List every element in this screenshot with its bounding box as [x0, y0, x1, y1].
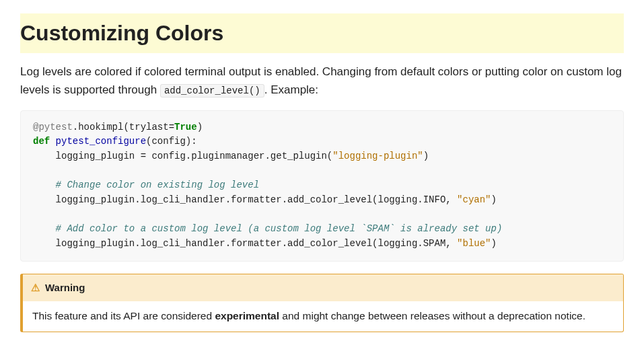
code-text: logging_plugin.log_cli_handler.formatter… [33, 238, 457, 249]
code-string: "blue" [457, 238, 491, 249]
intro-text-1: Log levels are colored if colored termin… [20, 65, 622, 96]
warning-text-1: This feature and its API are considered [32, 310, 215, 321]
code-text: logging_plugin = config.pluginmanager.ge… [33, 151, 332, 161]
inline-code: add_color_level() [160, 84, 264, 98]
code-text: logging_plugin.log_cli_handler.formatter… [33, 194, 457, 205]
code-string: "logging-plugin" [332, 151, 423, 161]
code-text: ) [423, 151, 429, 161]
code-text: (config): [146, 136, 197, 147]
intro-paragraph: Log levels are colored if colored termin… [20, 63, 624, 99]
code-fn-name: pytest_configure [50, 136, 146, 147]
warning-icon: ⚠ [31, 282, 40, 293]
code-decorator: @pytest [33, 122, 73, 132]
code-comment: # Add color to a custom log level (a cus… [33, 223, 502, 234]
code-text: ) [491, 194, 497, 205]
warning-strong: experimental [215, 310, 279, 321]
section-heading: Customizing Colors [20, 13, 624, 53]
code-string: "cyan" [457, 194, 491, 205]
warning-body: This feature and its API are considered … [23, 301, 623, 332]
warning-admonition: ⚠ Warning This feature and its API are c… [20, 274, 624, 332]
warning-text-2: and might change between releases withou… [279, 310, 585, 321]
code-comment: # Change color on existing log level [33, 180, 259, 190]
code-keyword: def [33, 136, 50, 147]
code-keyword: True [174, 122, 197, 132]
warning-title-bar: ⚠ Warning [23, 274, 623, 301]
warning-title-text: Warning [45, 280, 85, 296]
code-text: ) [491, 238, 497, 249]
code-text: .hookimpl(trylast= [73, 122, 174, 132]
code-block: @pytest.hookimpl(trylast=True) def pytes… [20, 110, 624, 262]
intro-text-2: . Example: [264, 83, 318, 96]
code-text: ) [197, 122, 203, 132]
